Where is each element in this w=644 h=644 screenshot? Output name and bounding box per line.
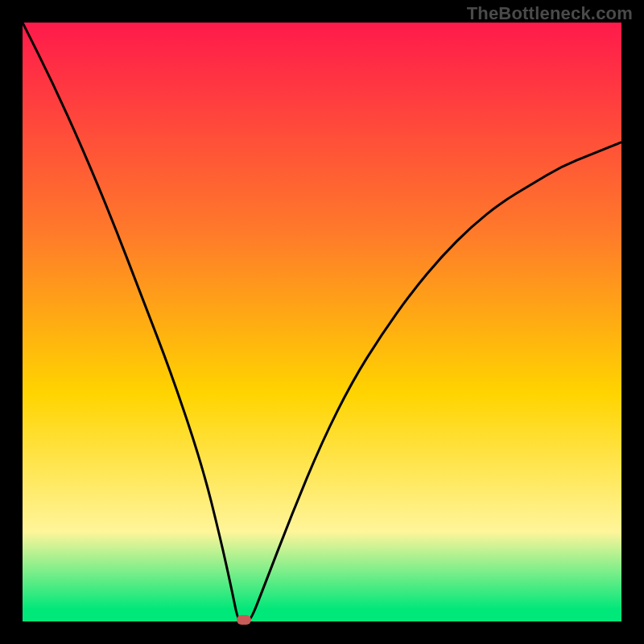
plot-area (23, 23, 621, 621)
chart-svg (23, 23, 621, 621)
optimal-marker (237, 615, 251, 625)
watermark-text: TheBottleneck.com (467, 3, 633, 24)
chart-frame: TheBottleneck.com (0, 0, 644, 644)
gradient-background (23, 23, 621, 621)
